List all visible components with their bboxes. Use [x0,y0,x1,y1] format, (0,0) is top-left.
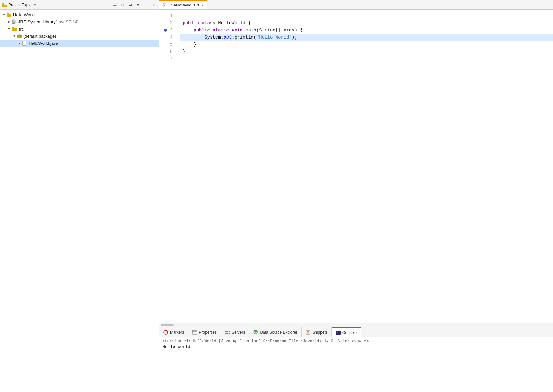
bottom-tabs: ! Markers Properties [159,327,553,337]
svg-point-22 [228,331,229,332]
console-icon: >_ [336,330,341,335]
code-editor[interactable]: 1 2 3 4 5 6 7 − [159,10,553,323]
servers-icon [225,330,230,335]
tree-item-hello-world[interactable]: ▼ Hello World [0,11,159,18]
tree-label-jre: JRE System Library [18,19,56,24]
svg-rect-8 [17,35,22,38]
code-line-4: System.out.println("Hello World"); [180,34,553,41]
sync-button[interactable]: ⇄ [127,2,134,8]
maximize-panel-button[interactable]: □ [119,2,126,8]
code-line-7 [180,55,553,62]
right-panel: J *HelloWorld.java × 1 2 3 4 5 6 7 [159,0,553,392]
tree-label-default-package: (default package) [23,34,56,39]
svg-rect-3 [7,14,11,17]
snippets-icon [305,330,311,335]
editor-tab-helloworldjava[interactable]: J *HelloWorld.java × [159,0,207,9]
tab-servers-label: Servers [232,330,245,335]
gutter-1 [175,12,180,19]
line-num-6: 6 [163,48,173,55]
gutter-2 [175,19,180,27]
minimize-panel-button[interactable]: — [111,2,118,8]
java-file-icon: J [22,41,27,46]
markers-icon: ! [163,330,168,335]
arrow-jre: ▶ [6,19,12,24]
tab-close-button[interactable]: × [201,3,203,7]
tab-console-label: Console [342,330,357,335]
line-num-2: 2 [163,19,173,27]
tab-label: *HelloWorld.java [171,3,199,7]
svg-text:>_: >_ [337,331,340,334]
svg-point-15 [164,330,168,334]
tab-java-icon: J [162,3,168,8]
gutter-collapse-3[interactable]: − [175,27,180,34]
scrollbar-thumb[interactable] [161,324,174,326]
tab-datasource[interactable]: Data Source Explorer [249,327,302,337]
svg-text:J: J [164,4,165,6]
console-output-line: Hello World [162,344,550,349]
jre-icon [12,19,17,24]
tab-markers[interactable]: ! Markers [159,327,188,337]
panel-title: Project Explorer [8,3,110,7]
code-line-1 [180,12,553,19]
line-numbers: 1 2 3 4 5 6 7 [159,10,175,323]
src-folder-icon [12,26,17,31]
tab-console[interactable]: >_ Console [332,327,361,337]
tree-item-default-package[interactable]: ▼ (default package) [0,32,159,40]
svg-rect-9 [19,34,20,35]
tree-item-src[interactable]: ▼ src [0,25,159,32]
panel-header: Project Explorer — □ ⇄ ▼ ⋮ × [0,0,159,10]
tree-item-helloworldjava[interactable]: ▶ J HelloWorld.java [0,40,159,47]
tab-snippets-label: Snippets [312,330,328,335]
arrow-hello-world: ▼ [1,12,6,17]
menu-button[interactable]: ⋮ [143,2,149,8]
svg-rect-0 [2,3,4,5]
line-num-7: 7 [163,55,173,62]
project-icon [6,12,12,17]
package-icon [17,33,22,39]
svg-rect-1 [2,5,7,7]
close-panel-button[interactable]: × [150,2,157,8]
arrow-package: ▼ [12,33,17,39]
tree-view: ▼ Hello World ▶ [0,10,159,392]
tree-item-jre[interactable]: ▶ JRE System Library [JavaSE-14] [0,18,159,25]
svg-text:J: J [23,42,25,45]
line-num-1: 1 [163,12,173,19]
editor-horizontal-scrollbar[interactable] [159,323,553,327]
code-line-2: public class HelloWorld { [180,19,553,27]
gutter-7 [175,55,180,62]
code-line-3: public static void main(String[] args) { [180,27,553,34]
filter-button[interactable]: ▼ [135,2,141,8]
bottom-panel: ! Markers Properties [159,327,553,392]
tab-servers[interactable]: Servers [221,327,249,337]
gutter-6 [175,48,180,55]
tree-label-src: src [18,27,24,31]
tab-properties-label: Properties [199,330,217,335]
svg-rect-4 [12,20,15,24]
svg-rect-17 [192,330,197,334]
code-line-5: } [180,41,553,48]
svg-point-24 [254,330,258,332]
svg-text:!: ! [165,331,166,334]
datasource-icon [253,330,258,335]
tree-label-jre-extra: [JavaSE-14] [56,19,79,24]
tree-label-hello-world: Hello World [13,12,35,17]
explorer-icon [2,2,7,7]
console-content: <terminated> HelloWorld [Java Applicatio… [159,337,553,392]
tab-properties[interactable]: Properties [188,327,221,337]
line-num-5: 5 [163,41,173,48]
tab-datasource-label: Data Source Explorer [260,330,297,335]
code-line-6: } [180,48,553,55]
line-num-3: 3 [163,27,173,34]
tab-snippets[interactable]: Snippets [302,327,332,337]
code-lines[interactable]: public class HelloWorld { public static … [180,10,553,323]
editor-tabs: J *HelloWorld.java × [159,0,553,10]
gutter-4 [175,34,180,41]
line-num-4: 4 [163,34,173,41]
arrow-src: ▼ [6,26,12,31]
svg-point-23 [228,333,229,334]
arrow-java-file: ▶ [17,41,22,46]
tree-label-helloworldjava: HelloWorld.java [29,41,58,46]
tab-markers-label: Markers [170,330,184,335]
project-explorer-panel: Project Explorer — □ ⇄ ▼ ⋮ × ▼ Hello Wor… [0,0,159,392]
collapse-gutter: − [175,10,180,323]
